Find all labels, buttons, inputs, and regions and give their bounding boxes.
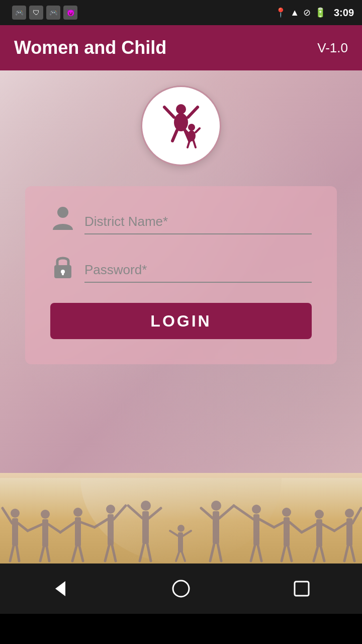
svg-rect-86	[295, 582, 309, 596]
back-button[interactable]	[43, 571, 78, 606]
app-icon-4: 😈	[63, 6, 77, 20]
recent-icon	[292, 579, 312, 599]
login-button[interactable]: LOGIN	[50, 303, 312, 339]
background-bottom	[0, 473, 362, 564]
app-icon-3: 🎮	[46, 6, 60, 20]
svg-point-85	[173, 581, 189, 597]
district-name-field-wrapper[interactable]	[84, 210, 312, 234]
app-icon-1: 🎮	[12, 6, 26, 20]
svg-line-4	[172, 130, 177, 141]
svg-point-60	[252, 505, 261, 514]
home-button[interactable]	[163, 571, 199, 606]
svg-point-30	[73, 508, 82, 517]
svg-point-6	[188, 124, 195, 131]
status-left-icons: 🎮 🛡 🎮 😈	[8, 6, 275, 20]
lock-icon	[50, 255, 75, 280]
svg-rect-49	[142, 511, 149, 544]
person-icon	[50, 206, 75, 231]
home-icon	[171, 579, 191, 599]
district-name-input[interactable]	[84, 210, 312, 234]
svg-point-72	[315, 510, 324, 519]
app-logo	[141, 86, 221, 166]
app-title: Women and Child	[14, 37, 166, 58]
svg-rect-73	[316, 519, 322, 547]
svg-line-11	[194, 141, 196, 147]
svg-rect-25	[42, 519, 48, 547]
sim-icon: ⊘	[303, 7, 311, 18]
status-right-icons: 📍 ▲ ⊘ 🔋 3:09	[275, 7, 354, 19]
background-top: LOGIN	[0, 70, 362, 473]
status-time: 3:09	[334, 7, 354, 19]
app-header: Women and Child V-1.0	[0, 25, 362, 70]
svg-point-48	[141, 501, 151, 511]
svg-rect-55	[213, 511, 219, 544]
status-bar: 🎮 🛡 🎮 😈 📍 ▲ ⊘ 🔋 3:09	[0, 0, 362, 25]
nav-bar	[0, 564, 362, 614]
recent-button[interactable]	[284, 571, 319, 606]
svg-line-3	[188, 107, 198, 117]
logo-svg	[153, 98, 209, 153]
wifi-icon: ▲	[290, 8, 299, 18]
svg-point-36	[106, 505, 115, 514]
svg-line-10	[188, 141, 190, 147]
svg-point-12	[57, 207, 68, 218]
svg-point-66	[282, 508, 291, 517]
svg-rect-15	[62, 272, 64, 275]
svg-point-18	[11, 509, 20, 518]
svg-point-1	[174, 113, 188, 131]
svg-point-54	[211, 501, 221, 511]
app-icon-2: 🛡	[29, 6, 43, 20]
battery-icon: 🔋	[315, 7, 326, 18]
svg-marker-84	[55, 581, 65, 596]
svg-line-2	[164, 107, 174, 117]
login-btn-wrapper: LOGIN	[50, 303, 312, 339]
app-version: V-1.0	[317, 40, 348, 56]
location-icon: 📍	[275, 7, 286, 18]
password-row	[50, 255, 312, 283]
svg-line-9	[196, 128, 200, 132]
main-content: LOGIN	[0, 70, 362, 564]
silhouettes-image	[0, 478, 362, 564]
back-icon	[50, 579, 70, 599]
svg-point-78	[345, 509, 354, 518]
svg-point-42	[177, 525, 185, 532]
district-name-row	[50, 206, 312, 234]
svg-point-0	[176, 104, 186, 114]
svg-point-24	[41, 510, 50, 519]
password-input[interactable]	[84, 258, 312, 283]
svg-point-7	[188, 130, 196, 141]
password-field-wrapper[interactable]	[84, 258, 312, 283]
login-card: LOGIN	[25, 186, 337, 364]
